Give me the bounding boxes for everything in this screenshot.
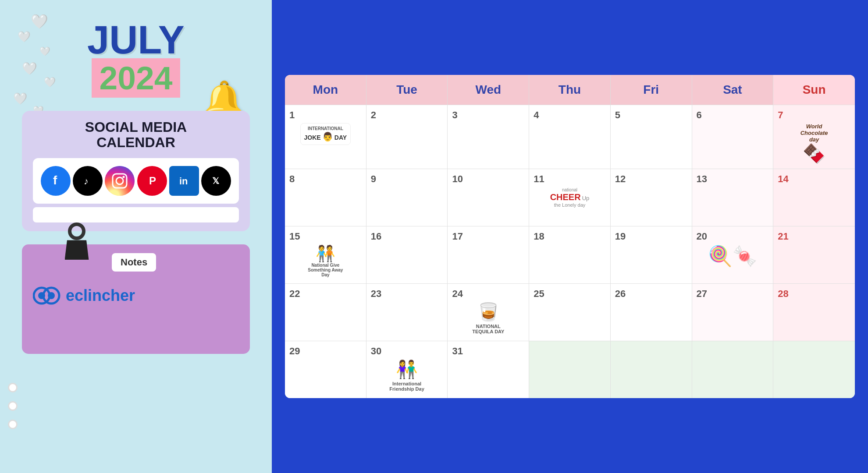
- day-num-4: 4: [534, 109, 606, 121]
- week-4: 22 23 24 🥃 NATIONALTEQUILA DAY: [285, 283, 855, 341]
- day-num-11: 11: [534, 173, 606, 185]
- right-panel: Mon Tue Wed Thu Fri Sat Sun 1 INTERNATIO…: [272, 0, 868, 473]
- svg-text:P: P: [149, 175, 156, 187]
- day-num-27: 27: [697, 288, 769, 300]
- day-num-18: 18: [534, 231, 606, 242]
- day-15: 15 🧑‍🤝‍🧑 National GiveSomething AwayDay: [285, 226, 366, 283]
- binder-clip: [61, 222, 92, 262]
- svg-text:♪: ♪: [84, 176, 89, 187]
- month-title: JULY: [87, 18, 185, 63]
- left-panel: 🤍 🤍 🤍 🤍 🤍 🤍 🤍 🔔 JULY 2024 SOCIAL MEDIACA…: [0, 0, 272, 473]
- give-away-event: 🧑‍🤝‍🧑 National GiveSomething AwayDay: [289, 244, 362, 277]
- day-num-26: 26: [615, 288, 687, 300]
- day-21: 21: [773, 226, 855, 283]
- day-13: 13: [692, 169, 774, 226]
- notes-label-area: Notes: [112, 253, 156, 272]
- chocolate-day-badge: WorldChocolateday 🍫: [800, 123, 828, 164]
- week-1: 1 INTERNATIONAL JOKE 👨 DAY 2 3: [285, 105, 855, 169]
- day-24: 24 🥃 NATIONALTEQUILA DAY: [448, 284, 529, 341]
- dot-3: [8, 420, 18, 429]
- day-num-16: 16: [371, 231, 443, 242]
- day-3: 3: [448, 105, 529, 169]
- calendar: Mon Tue Wed Thu Fri Sat Sun 1 INTERNATIO…: [285, 75, 855, 398]
- social-icons-row: f ♪: [33, 158, 239, 204]
- day-num-20: 20: [697, 231, 769, 242]
- social-card-bottom-bar: [33, 207, 239, 222]
- header-mon: Mon: [285, 75, 366, 105]
- pinterest-icon: P: [137, 166, 167, 196]
- calendar-header: Mon Tue Wed Thu Fri Sat Sun: [285, 75, 855, 105]
- day-2: 2: [366, 105, 448, 169]
- week-5: 29 30 👫 InternationalFriendship Day 31: [285, 341, 855, 398]
- dot-2: [8, 401, 18, 411]
- day-num-13: 13: [697, 173, 769, 185]
- week-2: 8 9 10 11 national CHEER Up: [285, 169, 855, 226]
- header-sun: Sun: [773, 75, 855, 105]
- day-31: 31: [448, 341, 529, 398]
- day-23: 23: [366, 284, 448, 341]
- week-3: 15 🧑‍🤝‍🧑 National GiveSomething AwayDay …: [285, 226, 855, 283]
- friendship-event: 👫 InternationalFriendship Day: [371, 359, 443, 392]
- day-num-6: 6: [697, 109, 769, 121]
- day-29: 29: [285, 341, 366, 398]
- day-19: 19: [611, 226, 692, 283]
- header-fri: Fri: [611, 75, 692, 105]
- facebook-icon: f: [41, 166, 71, 196]
- header-sat: Sat: [692, 75, 774, 105]
- year-title: 2024: [92, 58, 181, 98]
- svg-text:in: in: [179, 176, 188, 187]
- hearts-decoration: 🤍 🤍 🤍 🤍 🤍 🤍 🤍: [9, 9, 96, 123]
- day-num-19: 19: [615, 231, 687, 242]
- dot-1: [8, 383, 18, 392]
- day-17: 17: [448, 226, 529, 283]
- tequila-emoji: 🥃: [472, 302, 504, 322]
- day-14: 14: [773, 169, 855, 226]
- day-26: 26: [611, 284, 692, 341]
- clip-ring: [68, 222, 85, 240]
- social-media-card: SOCIAL MEDIACALENDAR f ♪: [22, 111, 250, 231]
- day-num-14: 14: [778, 173, 850, 185]
- social-card-title: SOCIAL MEDIACALENDAR: [33, 120, 239, 150]
- lollipop-event: 🍭🍬: [697, 244, 769, 268]
- instagram-icon: [105, 166, 135, 196]
- x-twitter-icon: 𝕏: [201, 166, 231, 196]
- day-num-8: 8: [289, 173, 362, 185]
- day-27: 27: [692, 284, 774, 341]
- day-num-10: 10: [452, 173, 524, 185]
- day-num-29: 29: [289, 346, 362, 357]
- tequila-label: NATIONALTEQUILA DAY: [472, 324, 504, 334]
- linkedin-icon: in: [169, 166, 199, 196]
- day-num-7: 7: [778, 109, 850, 121]
- eclincher-icon: [33, 285, 61, 307]
- joke-day-event: INTERNATIONAL JOKE 👨 DAY: [289, 123, 362, 145]
- day-4: 4: [529, 105, 611, 169]
- day-30: 30 👫 InternationalFriendship Day: [366, 341, 448, 398]
- day-11: 11 national CHEER Up the Lonely day: [529, 169, 611, 226]
- day-num-5: 5: [615, 109, 687, 121]
- day-8: 8: [285, 169, 366, 226]
- empty-2: [611, 341, 692, 398]
- day-num-22: 22: [289, 288, 362, 300]
- svg-text:f: f: [53, 173, 57, 187]
- chocolate-day-event: WorldChocolateday 🍫: [778, 123, 850, 164]
- day-28: 28: [773, 284, 855, 341]
- day-num-2: 2: [371, 109, 443, 121]
- cheer-up-badge: national CHEER Up the Lonely day: [550, 187, 590, 208]
- empty-3: [692, 341, 774, 398]
- day-12: 12: [611, 169, 692, 226]
- day-num-31: 31: [452, 346, 524, 357]
- day-num-28: 28: [778, 288, 850, 300]
- day-1: 1 INTERNATIONAL JOKE 👨 DAY: [285, 105, 366, 169]
- day-7: 7 WorldChocolateday 🍫: [773, 105, 855, 169]
- lollipop-emoji: 🍭🍬: [708, 244, 757, 268]
- notes-background: Notes eclincher: [22, 244, 250, 354]
- day-20: 20 🍭🍬: [692, 226, 774, 283]
- day-25: 25: [529, 284, 611, 341]
- day-5: 5: [611, 105, 692, 169]
- day-num-25: 25: [534, 288, 606, 300]
- joke-day-badge: INTERNATIONAL JOKE 👨 DAY: [300, 123, 351, 145]
- notes-label: Notes: [121, 257, 147, 268]
- day-22: 22: [285, 284, 366, 341]
- clip-body: [65, 240, 89, 260]
- day-num-3: 3: [452, 109, 524, 121]
